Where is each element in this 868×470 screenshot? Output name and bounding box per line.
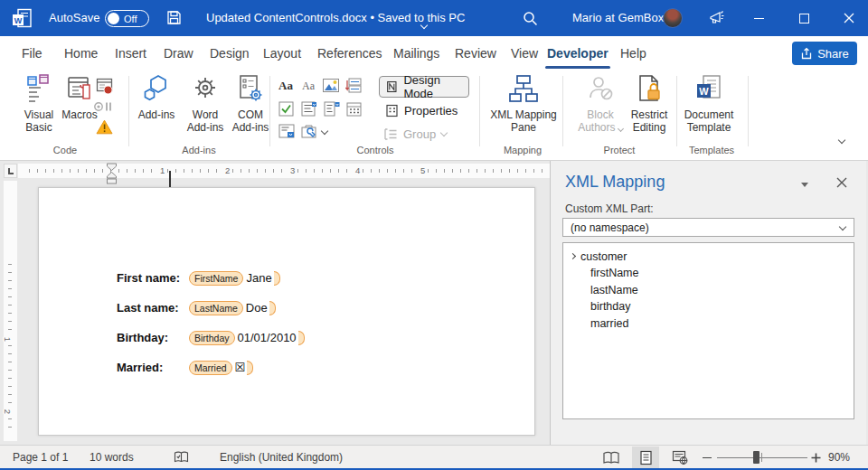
pane-separator[interactable] bbox=[550, 161, 551, 445]
minimize-button[interactable] bbox=[739, 0, 778, 36]
design-mode-button[interactable]: Design Mode bbox=[379, 76, 469, 98]
content-control-tag[interactable]: Birthday bbox=[189, 331, 235, 345]
indent-marker[interactable] bbox=[106, 163, 118, 188]
word-count[interactable]: 10 words bbox=[90, 446, 134, 469]
tab-file[interactable]: File bbox=[20, 36, 44, 70]
add-ins-button[interactable]: Add-ins bbox=[137, 74, 175, 121]
record-macro-icon[interactable] bbox=[96, 78, 113, 95]
tab-review[interactable]: Review bbox=[453, 36, 498, 70]
legacy-tools-icon[interactable] bbox=[301, 124, 318, 138]
web-layout-button[interactable] bbox=[666, 446, 693, 468]
document-template-button[interactable]: W Document Template bbox=[680, 74, 738, 134]
zoom-slider-track[interactable] bbox=[717, 457, 807, 458]
language-indicator[interactable]: English (United Kingdom) bbox=[220, 446, 343, 469]
restrict-editing-label: Restrict Editing bbox=[626, 108, 673, 134]
tree-expander-icon[interactable] bbox=[570, 253, 576, 259]
combo-box-control-icon[interactable] bbox=[301, 101, 317, 117]
content-control-value[interactable]: Jane bbox=[246, 271, 271, 285]
horizontal-ruler[interactable]: 1 2 3 4 5 bbox=[18, 164, 550, 178]
tab-layout[interactable]: Layout bbox=[261, 36, 303, 70]
content-control-value[interactable]: Doe bbox=[246, 301, 268, 315]
visual-basic-button[interactable]: Visual Basic bbox=[14, 74, 63, 134]
picture-control-icon[interactable] bbox=[323, 79, 339, 92]
title-chevron-down-icon[interactable] bbox=[421, 15, 427, 32]
rich-text-control-icon[interactable]: Aa bbox=[278, 79, 293, 93]
add-ins-icon bbox=[137, 74, 175, 107]
avatar[interactable] bbox=[663, 8, 683, 28]
save-icon[interactable] bbox=[166, 10, 182, 29]
ruler-number: 4 bbox=[354, 165, 362, 175]
zoom-in-button[interactable] bbox=[807, 446, 824, 469]
zoom-level[interactable]: 90% bbox=[828, 446, 850, 469]
tab-insert[interactable]: Insert bbox=[113, 36, 148, 70]
restrict-editing-button[interactable]: Restrict Editing bbox=[626, 74, 673, 134]
warning-icon[interactable] bbox=[96, 119, 113, 135]
feedback-megaphone-icon[interactable] bbox=[708, 9, 725, 30]
tab-stop-marker[interactable] bbox=[169, 171, 171, 187]
ruler-number: 2 bbox=[223, 165, 231, 175]
pane-menu-caret-icon[interactable] bbox=[801, 183, 808, 187]
zoom-slider-thumb[interactable] bbox=[753, 451, 760, 464]
tab-home[interactable]: Home bbox=[62, 36, 99, 70]
dropdown-list-control-icon[interactable] bbox=[324, 101, 340, 117]
tab-developer[interactable]: Developer bbox=[545, 36, 610, 70]
word-app-icon[interactable]: W bbox=[11, 7, 33, 33]
repeating-section-control-icon[interactable] bbox=[345, 78, 362, 93]
block-authors-icon bbox=[575, 74, 626, 107]
content-control-tag[interactable]: Married bbox=[189, 361, 232, 375]
tree-node-label: firstName bbox=[590, 267, 638, 279]
macros-button[interactable]: Macros bbox=[58, 74, 101, 121]
ribbon-tab-row: File Home Insert Draw Design Layout Refe… bbox=[0, 36, 868, 70]
visual-basic-label: Visual Basic bbox=[14, 108, 63, 134]
zoom-slider-center-tick bbox=[761, 453, 762, 462]
page-info[interactable]: Page 1 of 1 bbox=[13, 446, 68, 469]
legacy-tools-chevron-icon[interactable] bbox=[322, 128, 327, 134]
proofing-icon[interactable] bbox=[174, 446, 189, 469]
vertical-ruler[interactable]: 1 2 bbox=[4, 181, 17, 441]
ruler-number: 5 bbox=[419, 165, 427, 175]
xml-mapping-pane-button[interactable]: XML Mapping Pane bbox=[485, 74, 562, 134]
zoom-out-button[interactable] bbox=[699, 446, 715, 469]
word-add-ins-button[interactable]: Word Add-ins bbox=[181, 74, 230, 134]
field-label: Birthday: bbox=[117, 331, 189, 344]
tree-node-customer[interactable]: customer bbox=[563, 248, 854, 265]
tab-references[interactable]: References bbox=[316, 36, 384, 70]
word-add-ins-label: Word Add-ins bbox=[181, 108, 230, 134]
namespace-selected-value: (no namespace) bbox=[571, 221, 649, 234]
tab-draw[interactable]: Draw bbox=[162, 36, 195, 70]
account-name[interactable]: Mario at GemBox bbox=[572, 11, 664, 24]
close-button[interactable] bbox=[829, 0, 868, 36]
group-separator bbox=[748, 76, 749, 146]
xml-tree[interactable]: customer firstName lastName birthday mar… bbox=[562, 242, 854, 419]
read-mode-button[interactable] bbox=[598, 446, 625, 468]
namespace-select[interactable]: (no namespace) bbox=[562, 218, 854, 237]
pane-close-icon[interactable] bbox=[836, 175, 847, 192]
content-control-tag[interactable]: LastName bbox=[189, 301, 243, 315]
tab-design[interactable]: Design bbox=[208, 36, 251, 70]
com-add-ins-button[interactable]: COM Add-ins bbox=[226, 74, 275, 134]
tab-help[interactable]: Help bbox=[618, 36, 648, 70]
tree-node-married[interactable]: married bbox=[563, 315, 854, 333]
tab-mailings[interactable]: Mailings bbox=[392, 36, 441, 70]
plain-text-control-icon[interactable]: Aa bbox=[302, 80, 315, 93]
maximize-button[interactable] bbox=[784, 0, 824, 36]
tree-node-lastname[interactable]: lastName bbox=[563, 282, 854, 299]
search-icon[interactable] bbox=[523, 11, 538, 30]
building-block-gallery-control-icon[interactable] bbox=[278, 124, 295, 138]
tab-selector[interactable] bbox=[4, 164, 17, 178]
autosave-toggle[interactable]: Off bbox=[105, 10, 149, 27]
print-layout-button[interactable] bbox=[632, 446, 659, 468]
date-picker-control-icon[interactable] bbox=[346, 101, 362, 117]
document-page[interactable]: First name: FirstName Jane Last name: La… bbox=[38, 187, 535, 436]
share-button[interactable]: Share bbox=[792, 42, 857, 65]
content-control-value[interactable]: 01/01/2010 bbox=[238, 331, 297, 344]
checkbox-control-icon[interactable] bbox=[278, 101, 294, 117]
tab-view[interactable]: View bbox=[509, 36, 540, 70]
checkbox-control-value[interactable]: ☒ bbox=[235, 361, 246, 374]
tree-node-firstname[interactable]: firstName bbox=[563, 265, 854, 282]
content-control-tag[interactable]: FirstName bbox=[189, 271, 243, 286]
tree-node-birthday[interactable]: birthday bbox=[563, 298, 854, 315]
com-add-ins-icon bbox=[226, 74, 275, 107]
collapse-ribbon-chevron-icon[interactable] bbox=[839, 137, 844, 143]
properties-button[interactable]: Properties bbox=[385, 104, 458, 118]
